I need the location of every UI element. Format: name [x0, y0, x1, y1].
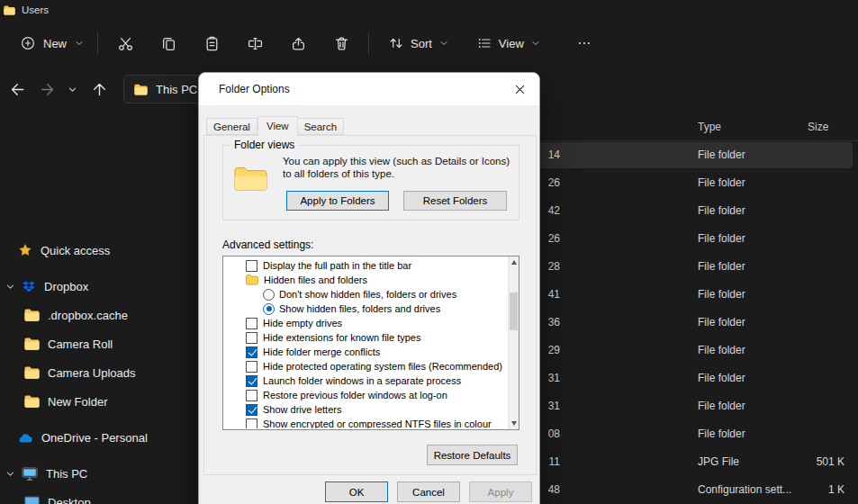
- delete-button[interactable]: [323, 27, 359, 59]
- sidebar: Quick access Dropbox .dropbox.cache Came…: [0, 113, 209, 504]
- sidebar-item-label: Camera Uploads: [48, 366, 136, 380]
- back-button[interactable]: [4, 76, 31, 103]
- sort-button[interactable]: Sort: [378, 28, 459, 58]
- setting-show-drive-letters[interactable]: Show drive letters: [224, 402, 507, 417]
- forward-button[interactable]: [33, 76, 60, 103]
- close-icon[interactable]: [503, 76, 536, 103]
- checkbox-unchecked[interactable]: [246, 418, 257, 429]
- checkbox-checked[interactable]: [246, 375, 257, 387]
- sidebar-item-camera-roll[interactable]: Camera Roll: [0, 330, 205, 357]
- advanced-settings-label: Advanced settings:: [222, 238, 313, 251]
- column-header-type[interactable]: Type: [698, 121, 721, 133]
- sidebar-item-onedrive[interactable]: OneDrive - Personal: [0, 424, 205, 451]
- setting-hide-empty-drives[interactable]: Hide empty drives: [224, 316, 507, 330]
- scrollbar[interactable]: [508, 256, 519, 429]
- sidebar-item-new-folder[interactable]: New Folder: [0, 388, 205, 415]
- checkbox-checked[interactable]: [246, 346, 257, 358]
- star-icon: [18, 243, 32, 257]
- copy-button[interactable]: [150, 27, 186, 59]
- scroll-up-icon[interactable]: [509, 256, 519, 269]
- folder-icon: [24, 338, 40, 350]
- apply-to-folders-button[interactable]: Apply to Folders: [286, 191, 389, 211]
- tab-search[interactable]: Search: [298, 118, 344, 135]
- window-title: Users: [22, 4, 49, 15]
- view-button[interactable]: View: [466, 28, 551, 58]
- onedrive-cloud-icon: [18, 432, 33, 444]
- folder-icon: [246, 274, 258, 285]
- folder-icon: [24, 309, 40, 321]
- checkbox-unchecked[interactable]: [246, 318, 257, 329]
- reset-folders-button[interactable]: Reset Folders: [403, 191, 507, 211]
- toolbar-separator: [97, 32, 98, 54]
- sidebar-item-this-pc[interactable]: This PC: [0, 460, 205, 487]
- new-label: New: [43, 37, 67, 50]
- tab-view[interactable]: View: [257, 116, 298, 136]
- trash-icon: [334, 36, 349, 51]
- setting-hide-merge-conflicts[interactable]: Hide folder merge conflicts: [224, 345, 507, 359]
- folder-icon: [4, 5, 15, 15]
- share-button[interactable]: [280, 27, 316, 59]
- setting-hide-protected-os-files[interactable]: Hide protected operating system files (R…: [224, 359, 507, 374]
- setting-group-hidden-files[interactable]: Hidden files and folders: [224, 273, 507, 287]
- apply-button[interactable]: Apply: [469, 482, 532, 502]
- paste-button[interactable]: [194, 27, 230, 59]
- checkbox-unchecked[interactable]: [246, 260, 257, 272]
- cut-button[interactable]: [107, 27, 143, 59]
- sidebar-item-quick-access[interactable]: Quick access: [0, 237, 205, 264]
- scrollbar-thumb[interactable]: [510, 292, 518, 330]
- up-button[interactable]: [86, 76, 113, 103]
- scroll-down-icon[interactable]: [509, 417, 519, 429]
- cancel-button[interactable]: Cancel: [397, 482, 460, 502]
- setting-show-hidden[interactable]: Show hidden files, folders and drives: [224, 302, 507, 316]
- sidebar-item-camera-uploads[interactable]: Camera Uploads: [0, 359, 205, 386]
- folder-icon: [24, 366, 40, 379]
- sidebar-item-dropbox[interactable]: Dropbox: [0, 273, 205, 300]
- setting-hide-extensions[interactable]: Hide extensions for known file types: [224, 330, 507, 345]
- new-button[interactable]: New: [9, 28, 95, 58]
- sidebar-item-desktop[interactable]: Desktop: [0, 489, 205, 504]
- setting-dont-show-hidden[interactable]: Don't show hidden files, folders or driv…: [224, 287, 507, 302]
- view-label: View: [499, 37, 524, 50]
- chevron-down-icon[interactable]: [5, 282, 15, 292]
- chevron-down-icon: [439, 39, 448, 48]
- paste-icon: [204, 36, 220, 51]
- checkbox-unchecked[interactable]: [246, 332, 257, 344]
- dropbox-icon: [22, 280, 36, 293]
- radio-unselected[interactable]: [263, 289, 275, 301]
- window-titlebar: Users: [0, 0, 858, 20]
- setting-launch-separate-process[interactable]: Launch folder windows in a separate proc…: [224, 374, 507, 388]
- tab-general[interactable]: General: [206, 118, 257, 135]
- sort-icon: [389, 36, 403, 50]
- rename-button[interactable]: [237, 27, 273, 59]
- column-header-size[interactable]: Size: [808, 121, 828, 133]
- sidebar-item-dropbox-cache[interactable]: .dropbox.cache: [0, 302, 205, 328]
- setting-display-full-path[interactable]: Display the full path in the title bar: [224, 258, 507, 273]
- folder-views-group: Folder views You can apply this view (su…: [222, 145, 519, 220]
- sidebar-item-label: New Folder: [48, 395, 107, 409]
- ellipsis-icon: [577, 36, 592, 50]
- ok-button[interactable]: OK: [325, 482, 388, 502]
- breadcrumb-this-pc[interactable]: This PC: [156, 83, 197, 96]
- chevron-down-icon: [75, 39, 84, 48]
- sort-label: Sort: [411, 37, 432, 50]
- setting-show-ntfs-colour[interactable]: Show encrypted or compressed NTFS files …: [224, 417, 507, 428]
- more-options-button[interactable]: [567, 27, 601, 59]
- copy-icon: [161, 36, 176, 51]
- advanced-settings-list[interactable]: Display the full path in the title bar H…: [222, 256, 519, 430]
- folder-views-icon: [234, 165, 267, 192]
- checkbox-checked[interactable]: [246, 404, 257, 416]
- checkbox-unchecked[interactable]: [246, 390, 257, 401]
- radio-selected[interactable]: [263, 303, 275, 315]
- dialog-titlebar: Folder Options: [199, 73, 539, 105]
- view-tab-panel: Folder views You can apply this view (su…: [203, 135, 537, 475]
- group-label: Folder views: [230, 139, 298, 151]
- sidebar-item-label: Camera Roll: [48, 338, 113, 351]
- checkbox-unchecked[interactable]: [246, 361, 257, 373]
- chevron-down-icon[interactable]: [5, 469, 15, 479]
- restore-defaults-button[interactable]: Restore Defaults: [427, 445, 518, 465]
- setting-restore-previous-windows[interactable]: Restore previous folder windows at log-o…: [224, 388, 507, 402]
- command-toolbar: New Sort View: [0, 20, 858, 67]
- sidebar-item-label: Dropbox: [44, 280, 88, 293]
- share-icon: [291, 36, 306, 51]
- recent-locations-chevron[interactable]: [62, 76, 82, 103]
